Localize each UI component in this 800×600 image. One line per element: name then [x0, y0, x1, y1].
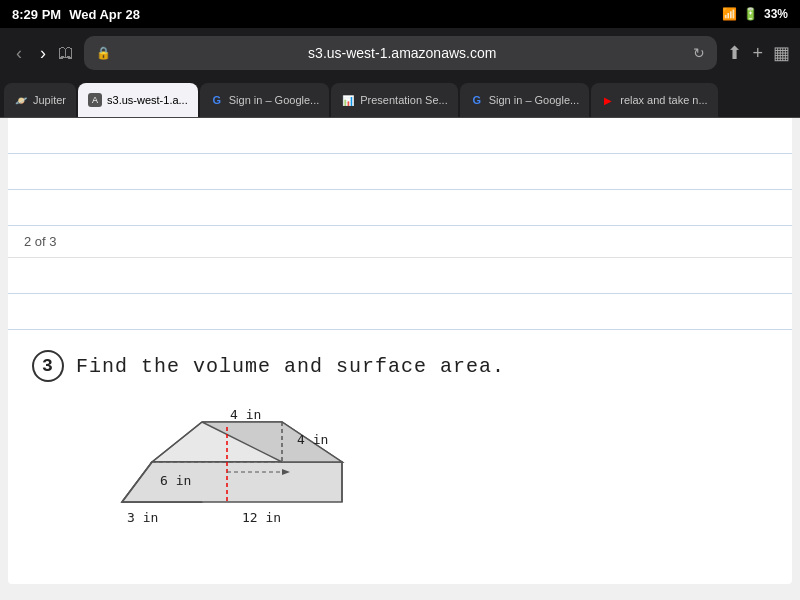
url-text: s3.us-west-1.amazonaws.com [119, 45, 685, 61]
battery-percent: 33% [764, 7, 788, 21]
ruled-line [8, 258, 792, 294]
lock-icon: 🔒 [96, 46, 111, 60]
tab-favicon-presentation: 📊 [341, 93, 355, 107]
figure-container: 4 in 4 in 6 in 12 in 3 in [32, 402, 768, 562]
tab-google2[interactable]: G Sign in – Google... [460, 83, 590, 117]
svg-text:6 in: 6 in [160, 473, 191, 488]
tab-s3[interactable]: A s3.us-west-1.a... [78, 83, 198, 117]
page-content: 2 of 3 3 Find the volume and surface are… [8, 118, 792, 584]
question-label: Find the volume and surface area. [76, 355, 505, 378]
tab-youtube[interactable]: ▶ relax and take n... [591, 83, 717, 117]
tab-google1[interactable]: G Sign in – Google... [200, 83, 330, 117]
tab-label-presentation: Presentation Se... [360, 94, 447, 106]
browser-actions: ⬆ + ▦ [727, 42, 790, 64]
time: 8:29 PM [12, 7, 61, 22]
share-button[interactable]: ⬆ [727, 42, 742, 64]
tab-label-google1: Sign in – Google... [229, 94, 320, 106]
wifi-icon: 📶 [722, 7, 737, 21]
bookmarks-button[interactable]: 🕮 [58, 39, 74, 68]
svg-text:3 in: 3 in [127, 510, 158, 525]
question-number: 3 [32, 350, 64, 382]
svg-text:12 in: 12 in [242, 510, 281, 525]
ruled-line [8, 190, 792, 226]
tab-label-jupiter: Jupiter [33, 94, 66, 106]
ruled-line [8, 154, 792, 190]
tab-favicon-google2: G [470, 93, 484, 107]
new-tab-button[interactable]: + [752, 43, 763, 64]
ruled-line [8, 118, 792, 154]
svg-text:4 in: 4 in [297, 432, 328, 447]
reload-icon[interactable]: ↻ [693, 45, 705, 61]
battery-icon: 🔋 [743, 7, 758, 21]
date: Wed Apr 28 [69, 7, 140, 22]
tab-favicon-youtube: ▶ [601, 93, 615, 107]
tab-label-google2: Sign in – Google... [489, 94, 580, 106]
back-button[interactable]: ‹ [10, 39, 28, 68]
tab-jupiter[interactable]: 🪐 Jupiter [4, 83, 76, 117]
status-bar: 8:29 PM Wed Apr 28 📶 🔋 33% [0, 0, 800, 28]
question-text: 3 Find the volume and surface area. [32, 350, 768, 382]
forward-button[interactable]: › [34, 39, 52, 68]
tab-favicon-jupiter: 🪐 [14, 93, 28, 107]
svg-text:4 in: 4 in [230, 407, 261, 422]
address-bar[interactable]: 🔒 s3.us-west-1.amazonaws.com ↻ [84, 36, 717, 70]
tab-presentation[interactable]: 📊 Presentation Se... [331, 83, 457, 117]
mid-ruled-lines [8, 258, 792, 330]
browser-chrome: ‹ › 🕮 🔒 s3.us-west-1.amazonaws.com ↻ ⬆ +… [0, 28, 800, 78]
question-area: 3 Find the volume and surface area. [8, 330, 792, 584]
svg-marker-2 [122, 462, 342, 502]
page-counter-text: 2 of 3 [24, 234, 57, 249]
tab-label-youtube: relax and take n... [620, 94, 707, 106]
nav-buttons: ‹ › 🕮 [10, 39, 74, 68]
tab-bar: 🪐 Jupiter A s3.us-west-1.a... G Sign in … [0, 78, 800, 118]
status-left: 8:29 PM Wed Apr 28 [12, 7, 140, 22]
tab-favicon-s3: A [88, 93, 102, 107]
top-ruled-lines [8, 118, 792, 226]
tab-favicon-google1: G [210, 93, 224, 107]
ruled-line [8, 294, 792, 330]
status-right: 📶 🔋 33% [722, 7, 788, 21]
page-counter: 2 of 3 [8, 226, 792, 258]
trapezoid-prism-figure: 4 in 4 in 6 in 12 in 3 in [72, 402, 412, 562]
tabs-overview-button[interactable]: ▦ [773, 42, 790, 64]
tab-label-s3: s3.us-west-1.a... [107, 94, 188, 106]
